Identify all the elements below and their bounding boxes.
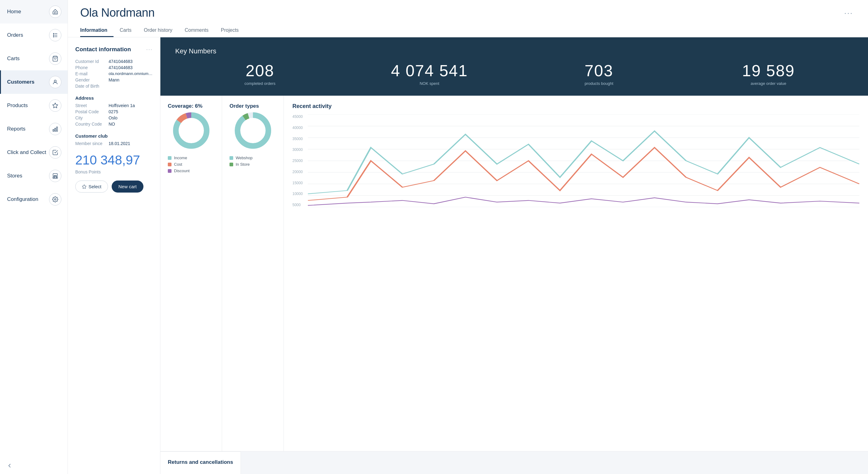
sidebar-item-reports[interactable]: Reports <box>0 117 67 141</box>
coverage-donut <box>168 111 214 151</box>
star-icon <box>82 184 87 189</box>
action-buttons: Select New cart <box>75 180 153 192</box>
svg-point-20 <box>238 115 268 146</box>
tabs-nav: Information Carts Order history Comments… <box>80 24 856 37</box>
order-types-card: Order types Webshop <box>222 96 284 451</box>
sidebar-item-home[interactable]: Home <box>0 0 67 24</box>
contact-info-section: Customer Id 4741044683 Phone 4741044683 … <box>75 59 153 89</box>
sidebar-item-products[interactable]: Products <box>0 94 67 117</box>
svg-rect-11 <box>55 176 56 178</box>
tab-information[interactable]: Information <box>80 24 114 37</box>
activity-card: Recent activity 45000 40000 35000 30000 … <box>284 96 868 451</box>
contact-panel-header: Contact information ··· <box>75 46 153 53</box>
legend-cost: Cost <box>168 162 214 167</box>
reports-icon <box>49 123 61 135</box>
header-top: Ola Nordmann ··· <box>80 6 856 20</box>
legend-instore: In Store <box>229 162 276 167</box>
svg-point-13 <box>55 199 56 200</box>
key-numbers-title: Key Numbers <box>175 47 853 55</box>
customer-id-row: Customer Id 4741044683 <box>75 59 153 64</box>
main-content: Ola Nordmann ··· Information Carts Order… <box>68 0 868 474</box>
customers-icon <box>49 76 61 88</box>
sidebar-collapse-button[interactable] <box>0 457 67 474</box>
sidebar-item-click-collect[interactable]: Click and Collect <box>0 141 67 164</box>
svg-point-0 <box>53 33 54 34</box>
legend-income: Income <box>168 155 214 160</box>
cart-icon <box>49 53 61 65</box>
key-numbers-inner: Key Numbers 208 completed orders 4 074 5… <box>175 47 853 86</box>
legend-webshop: Webshop <box>229 155 276 160</box>
coverage-legend: Income Cost Discount <box>168 155 214 173</box>
svg-rect-9 <box>55 128 56 131</box>
phone-row: Phone 4741044683 <box>75 65 153 70</box>
click-collect-icon <box>49 146 61 158</box>
config-icon <box>49 193 61 206</box>
gender-row: Gender Mann <box>75 78 153 82</box>
svg-rect-8 <box>53 129 54 131</box>
page-title: Ola Nordmann <box>80 6 155 20</box>
contact-panel-title: Contact information <box>75 46 131 53</box>
more-options-button[interactable]: ··· <box>842 7 856 19</box>
key-number-products-bought: 703 products bought <box>514 63 684 86</box>
contact-panel: Contact information ··· Customer Id 4741… <box>68 37 160 474</box>
key-number-average-order: 19 589 average order value <box>684 63 854 86</box>
address-section: Address Street Hoffsveien 1a Postal Code… <box>75 95 153 126</box>
key-number-nok-spent: 4 074 541 NOK spent <box>345 63 515 86</box>
sidebar-item-carts[interactable]: Carts <box>0 47 67 70</box>
select-button[interactable]: Select <box>75 180 108 192</box>
tab-carts[interactable]: Carts <box>114 24 137 37</box>
key-numbers-section: Key Numbers 208 completed orders 4 074 5… <box>160 37 868 96</box>
key-number-completed-orders: 208 completed orders <box>175 63 345 86</box>
y-axis-labels: 45000 40000 35000 30000 25000 20000 1500… <box>292 115 305 207</box>
home-icon <box>49 5 61 18</box>
legend-discount: Discount <box>168 169 214 173</box>
street-row: Street Hoffsveien 1a <box>75 103 153 108</box>
order-types-legend: Webshop In Store <box>229 155 276 167</box>
svg-point-1 <box>53 35 54 36</box>
orders-icon <box>49 29 61 41</box>
sidebar-item-orders[interactable]: Orders <box>0 24 67 47</box>
customer-club-section: Customer club Member since 18.01.2021 <box>75 133 153 146</box>
right-panel: Key Numbers 208 completed orders 4 074 5… <box>160 37 868 474</box>
dob-row: Date of Birth <box>75 84 153 89</box>
sidebar-item-stores[interactable]: Stores <box>0 164 67 188</box>
postal-row: Postal Code 0275 <box>75 109 153 114</box>
activity-chart: 45000 40000 35000 30000 25000 20000 1500… <box>292 115 859 207</box>
bottom-row: Returns and cancellations <box>160 451 868 474</box>
coverage-card: Coverage: 6% <box>160 96 222 451</box>
content-area: Contact information ··· Customer Id 4741… <box>68 37 868 474</box>
svg-rect-10 <box>57 127 57 131</box>
contact-panel-more-button[interactable]: ··· <box>146 46 153 53</box>
sidebar-item-customers[interactable]: Customers <box>0 70 67 94</box>
sidebar: Home Orders Carts Customers Products Rep… <box>0 0 68 474</box>
svg-marker-14 <box>82 184 86 188</box>
tab-projects[interactable]: Projects <box>215 24 245 37</box>
sidebar-item-configuration[interactable]: Configuration <box>0 188 67 211</box>
cards-row: Coverage: 6% <box>160 96 868 451</box>
country-row: Country Code NO <box>75 122 153 126</box>
svg-point-7 <box>54 80 57 82</box>
page-header: Ola Nordmann ··· Information Carts Order… <box>68 0 868 37</box>
tab-order-history[interactable]: Order history <box>137 24 178 37</box>
tab-comments[interactable]: Comments <box>179 24 215 37</box>
products-icon <box>49 99 61 112</box>
email-row: E-mail ola.nordmann.omnium@gm... <box>75 71 153 76</box>
new-cart-button[interactable]: New cart <box>112 180 144 192</box>
stores-icon <box>49 170 61 182</box>
member-since-row: Member since 18.01.2021 <box>75 141 153 146</box>
svg-point-2 <box>53 36 54 37</box>
returns-card: Returns and cancellations <box>160 451 241 474</box>
bonus-amount: 210 348,97 <box>75 153 153 168</box>
bonus-label: Bonus Points <box>75 170 153 174</box>
order-types-donut <box>229 111 276 151</box>
city-row: City Oslo <box>75 115 153 120</box>
